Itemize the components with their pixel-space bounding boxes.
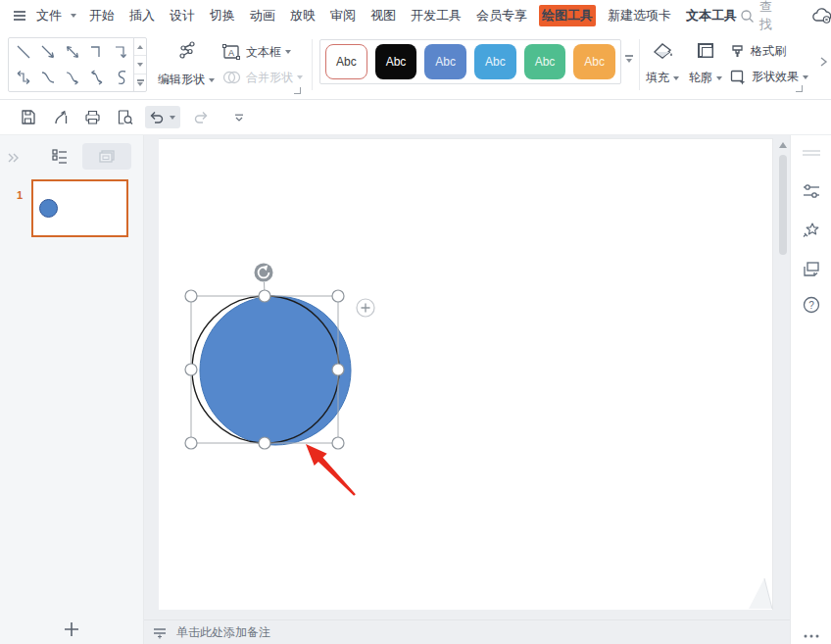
- resize-handle-se[interactable]: [332, 437, 344, 449]
- object-properties-icon[interactable]: [802, 181, 821, 205]
- shape-freeform-s-curve-icon[interactable]: [109, 65, 133, 90]
- resize-handle-sw[interactable]: [185, 437, 197, 449]
- resize-handle-e[interactable]: [332, 364, 344, 375]
- notes-bar[interactable]: 单击此处添加备注: [144, 619, 790, 644]
- tab-insert[interactable]: 插入: [126, 5, 158, 26]
- smart-beautify-icon[interactable]: [802, 221, 821, 244]
- slide-thumbnails-view-button[interactable]: [82, 143, 131, 170]
- tab-view[interactable]: 视图: [367, 5, 399, 26]
- quick-add-button[interactable]: [357, 299, 374, 317]
- edit-shape-label: 编辑形状: [158, 72, 205, 88]
- shape-style-preset-6[interactable]: Abc: [573, 44, 615, 79]
- add-notes-icon: [152, 625, 169, 639]
- shape-curved-double-arrow-icon[interactable]: [84, 65, 109, 90]
- help-icon[interactable]: ?: [802, 295, 821, 319]
- slide-canvas[interactable]: 单击此处添加备注: [144, 135, 790, 644]
- text-box-label: 文本框: [246, 44, 281, 61]
- shape-style-gallery: Abc Abc Abc Abc Abc Abc: [319, 39, 621, 84]
- rotate-handle[interactable]: [255, 264, 273, 282]
- gallery-scroll-controls: [133, 38, 146, 91]
- dialog-launcher-icon[interactable]: [796, 85, 803, 92]
- shape-curved-connector-icon[interactable]: [35, 65, 60, 90]
- shape-curved-arrow-icon[interactable]: [60, 65, 84, 90]
- menubar: 文件 开始 插入 设计 切换 动画 放映 审阅 视图 开发工具 会员专享 绘图工…: [0, 0, 831, 31]
- tab-membership[interactable]: 会员专享: [473, 5, 530, 26]
- merge-shapes-icon: [221, 69, 241, 86]
- outline-view-icon[interactable]: [49, 146, 71, 172]
- shape-style-preset-2[interactable]: Abc: [375, 44, 417, 79]
- print-preview-icon[interactable]: [113, 106, 136, 129]
- file-menu[interactable]: 文件: [33, 5, 65, 26]
- tab-drawing-tools[interactable]: 绘图工具: [539, 5, 596, 26]
- tab-developer[interactable]: 开发工具: [408, 5, 464, 26]
- hamburger-menu-icon[interactable]: [12, 8, 27, 24]
- search-label: 查找: [759, 0, 772, 33]
- tab-new-tab[interactable]: 新建选项卡: [605, 5, 674, 26]
- gallery-scroll-up-icon[interactable]: [134, 38, 146, 56]
- undo-dropdown-icon[interactable]: [170, 116, 175, 120]
- shape-style-preset-4[interactable]: Abc: [474, 44, 516, 79]
- format-painter-button[interactable]: 格式刷: [729, 43, 786, 60]
- plus-icon: [63, 620, 80, 638]
- resize-handle-s[interactable]: [259, 437, 270, 449]
- slides-panel: 1: [0, 135, 144, 644]
- customize-toolbar-icon[interactable]: [227, 106, 251, 129]
- outline-label: 轮廓: [689, 70, 712, 86]
- shape-style-more-icon[interactable]: [625, 55, 633, 63]
- slide-thumbnails-icon: [96, 148, 118, 166]
- drag-handle-icon[interactable]: [802, 143, 821, 161]
- resize-handle-n[interactable]: [259, 290, 270, 302]
- gallery-expand-icon[interactable]: [134, 74, 146, 91]
- save-icon[interactable]: [16, 106, 39, 129]
- shape-style-preset-3[interactable]: Abc: [424, 44, 466, 79]
- shape-diagonal-line-icon[interactable]: [11, 39, 35, 65]
- ribbon-expand-icon[interactable]: [817, 55, 829, 73]
- slide-thumbnail-1[interactable]: [31, 179, 128, 237]
- print-icon[interactable]: [80, 106, 104, 129]
- shape-effects-icon: [729, 69, 747, 85]
- dialog-launcher-icon[interactable]: [294, 87, 301, 94]
- cloud-sync-icon[interactable]: [811, 7, 831, 25]
- tab-design[interactable]: 设计: [167, 5, 198, 26]
- tab-animation[interactable]: 动画: [247, 5, 278, 26]
- tab-review[interactable]: 审阅: [327, 5, 359, 26]
- tab-slideshow[interactable]: 放映: [287, 5, 318, 26]
- add-slide-button[interactable]: [0, 620, 143, 638]
- export-icon[interactable]: [48, 106, 72, 129]
- shape-effects-button[interactable]: 形状效果: [729, 69, 808, 85]
- scroll-up-icon[interactable]: [779, 142, 787, 148]
- svg-text:A: A: [228, 48, 234, 58]
- tab-text-tools[interactable]: 文本工具: [683, 5, 740, 26]
- shape-diagonal-arrow-icon[interactable]: [35, 39, 60, 65]
- shape-elbow-double-arrow-icon[interactable]: [11, 65, 35, 90]
- text-box-button[interactable]: A 文本框: [221, 43, 291, 61]
- redo-icon[interactable]: [189, 106, 213, 129]
- undo-button[interactable]: [145, 106, 180, 128]
- expand-panel-icon[interactable]: [6, 151, 22, 169]
- resize-handle-nw[interactable]: [185, 290, 197, 302]
- duplicate-icon[interactable]: [802, 260, 821, 283]
- format-painter-icon: [729, 43, 746, 60]
- shape-diagonal-double-arrow-icon[interactable]: [60, 39, 84, 65]
- shape-style-preset-5[interactable]: Abc: [524, 44, 566, 79]
- search-control[interactable]: 查找: [740, 0, 772, 33]
- tab-transitions[interactable]: 切换: [207, 5, 238, 26]
- shape-elbow-arrow-icon[interactable]: [109, 39, 133, 65]
- shape-elbow-connector-icon[interactable]: [84, 39, 109, 65]
- divider: [639, 39, 640, 90]
- tab-home[interactable]: 开始: [86, 5, 118, 26]
- shape-style-preset-1[interactable]: Abc: [325, 44, 367, 79]
- resize-handle-w[interactable]: [185, 364, 197, 375]
- sidebar-more-icon[interactable]: [791, 633, 831, 639]
- outline-button[interactable]: 轮廓: [684, 39, 727, 86]
- merge-shapes-button: 合并形状: [221, 69, 303, 86]
- fill-button[interactable]: 填充: [641, 39, 684, 86]
- blue-circle-shape[interactable]: [200, 296, 351, 445]
- resize-handle-ne[interactable]: [332, 290, 344, 302]
- ribbon-drawing-tools: 编辑形状 A 文本框 合并形状 Abc Abc Abc Abc Abc Abc …: [0, 31, 831, 100]
- edit-shape-button[interactable]: 编辑形状: [157, 39, 216, 88]
- chevron-down-icon[interactable]: [71, 14, 76, 18]
- quick-access-toolbar: [0, 100, 831, 135]
- gallery-scroll-down-icon[interactable]: [134, 56, 146, 74]
- vertical-scrollbar-thumb[interactable]: [779, 155, 787, 255]
